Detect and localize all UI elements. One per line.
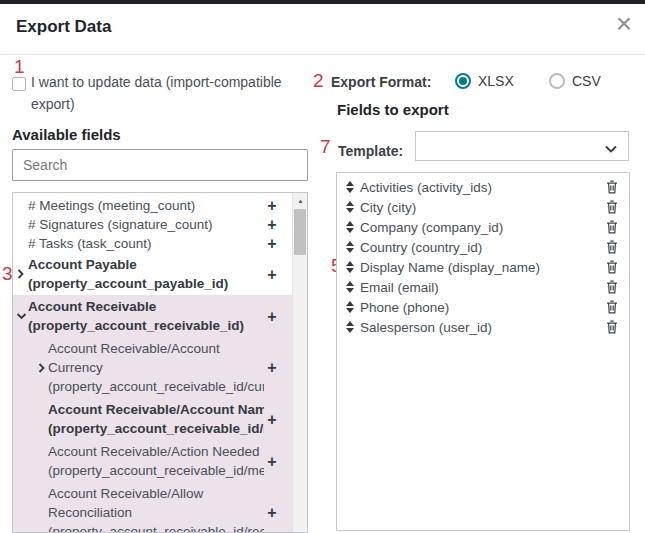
add-field-button[interactable]: + <box>264 358 280 377</box>
add-field-button[interactable]: + <box>264 452 280 471</box>
template-label: Template: <box>338 143 403 159</box>
export-field-item[interactable]: Company (company_id) <box>337 217 629 237</box>
update-data-label[interactable]: I want to update data (import-compatible… <box>31 71 303 115</box>
chevron-down-icon <box>604 141 618 159</box>
close-icon[interactable]: × <box>616 10 632 38</box>
radio-csv[interactable]: CSV <box>549 73 601 89</box>
annotation-2: 2 <box>313 71 324 90</box>
export-field-label: Salesperson (user_id) <box>360 320 606 335</box>
trash-icon[interactable] <box>606 260 618 274</box>
header-divider <box>0 54 645 55</box>
trash-icon[interactable] <box>606 240 618 254</box>
field-label: Account Receivable/AccountCurrency(prope… <box>13 339 264 396</box>
export-field-label: Phone (phone) <box>360 300 606 315</box>
trash-icon[interactable] <box>606 280 618 294</box>
trash-icon[interactable] <box>606 200 618 214</box>
export-field-label: Activities (activity_ids) <box>360 180 606 195</box>
drag-handle-icon[interactable] <box>345 201 355 213</box>
export-field-label: Email (email) <box>360 280 606 295</box>
template-select[interactable] <box>415 131 629 161</box>
available-field-item[interactable]: Account Receivable/Action Needed(propert… <box>13 440 292 482</box>
drag-handle-icon[interactable] <box>345 221 355 233</box>
available-fields-heading: Available fields <box>12 126 121 143</box>
radio-xlsx-label: XLSX <box>478 73 514 89</box>
export-fields-box: Activities (activity_ids)City (city)Comp… <box>336 172 630 531</box>
field-label: Account Receivable/Account Name(property… <box>13 400 264 438</box>
export-field-label: Display Name (display_name) <box>360 260 606 275</box>
update-data-checkbox[interactable] <box>12 77 26 91</box>
export-fields-list: Activities (activity_ids)City (city)Comp… <box>337 173 629 337</box>
radio-selected-icon[interactable] <box>455 73 471 89</box>
available-fields-list: # Meetings (meeting_count)+# Signatures … <box>13 193 292 533</box>
export-field-label: Company (company_id) <box>360 220 606 235</box>
chevron-right-icon[interactable] <box>16 269 25 280</box>
drag-handle-icon[interactable] <box>345 241 355 253</box>
search-input[interactable] <box>12 149 308 181</box>
dialog-title: Export Data <box>16 17 111 37</box>
field-label: Account Receivable(property_account_rece… <box>13 297 264 335</box>
available-field-item[interactable]: # Tasks (task_count)+ <box>13 234 292 253</box>
drag-handle-icon[interactable] <box>345 301 355 313</box>
trash-icon[interactable] <box>606 320 618 334</box>
export-field-item[interactable]: Salesperson (user_id) <box>337 317 629 337</box>
available-field-item[interactable]: Account Receivable/Account Name(property… <box>13 398 292 440</box>
export-data-dialog: Export Data × 1 2 3 4 5 6 7 I want to up… <box>0 0 645 533</box>
export-field-item[interactable]: City (city) <box>337 197 629 217</box>
drag-handle-icon[interactable] <box>345 261 355 273</box>
field-label: # Signatures (signature_count) <box>13 215 264 234</box>
trash-icon[interactable] <box>606 180 618 194</box>
add-field-button[interactable]: + <box>264 265 280 284</box>
export-format-label: Export Format: <box>331 74 431 90</box>
fields-to-export-heading: Fields to export <box>337 101 449 118</box>
available-field-item[interactable]: # Signatures (signature_count)+ <box>13 215 292 234</box>
add-field-button[interactable]: + <box>264 410 280 429</box>
available-field-item[interactable]: Account Receivable(property_account_rece… <box>13 295 292 337</box>
add-field-button[interactable]: + <box>264 196 280 215</box>
background-app-topbar <box>0 0 645 4</box>
export-field-label: City (city) <box>360 200 606 215</box>
drag-handle-icon[interactable] <box>345 281 355 293</box>
field-label: Account Receivable/AllowReconciliation(p… <box>13 484 264 533</box>
scrollbar-thumb[interactable] <box>294 209 306 255</box>
available-field-item[interactable]: # Meetings (meeting_count)+ <box>13 196 292 215</box>
radio-unselected-icon[interactable] <box>549 73 565 89</box>
available-field-item[interactable]: Account Payable(property_account_payable… <box>13 253 292 295</box>
annotation-3: 3 <box>2 264 13 283</box>
available-fields-box: # Meetings (meeting_count)+# Signatures … <box>12 192 308 533</box>
radio-xlsx[interactable]: XLSX <box>455 73 514 89</box>
available-field-item[interactable]: Account Receivable/AllowReconciliation(p… <box>13 482 292 533</box>
scroll-up-button[interactable]: ▲ <box>293 193 308 208</box>
field-label: Account Receivable/Action Needed(propert… <box>13 442 264 480</box>
annotation-1: 1 <box>14 57 25 76</box>
add-field-button[interactable]: + <box>264 307 280 326</box>
add-field-button[interactable]: + <box>264 234 280 253</box>
add-field-button[interactable]: + <box>264 215 280 234</box>
chevron-down-icon[interactable] <box>16 312 27 321</box>
chevron-right-icon[interactable] <box>37 362 46 373</box>
radio-csv-label: CSV <box>572 73 601 89</box>
export-field-item[interactable]: Country (country_id) <box>337 237 629 257</box>
drag-handle-icon[interactable] <box>345 181 355 193</box>
trash-icon[interactable] <box>606 300 618 314</box>
export-field-item[interactable]: Phone (phone) <box>337 297 629 317</box>
trash-icon[interactable] <box>606 220 618 234</box>
field-label: Account Payable(property_account_payable… <box>13 255 264 293</box>
field-label: # Meetings (meeting_count) <box>13 196 264 215</box>
export-field-label: Country (country_id) <box>360 240 606 255</box>
export-field-item[interactable]: Display Name (display_name) <box>337 257 629 277</box>
field-label: # Tasks (task_count) <box>13 234 264 253</box>
add-field-button[interactable]: + <box>264 503 280 522</box>
annotation-7: 7 <box>320 137 331 156</box>
drag-handle-icon[interactable] <box>345 321 355 333</box>
available-field-item[interactable]: Account Receivable/AccountCurrency(prope… <box>13 337 292 398</box>
export-field-item[interactable]: Activities (activity_ids) <box>337 177 629 197</box>
scrollbar[interactable]: ▲ <box>292 193 307 532</box>
export-field-item[interactable]: Email (email) <box>337 277 629 297</box>
